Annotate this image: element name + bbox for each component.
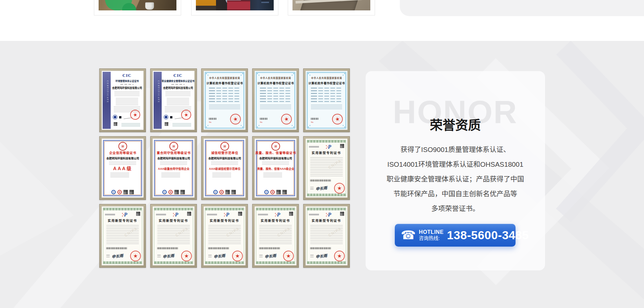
commissioner-signature: 申长雨 [315,185,327,192]
certificate-paper: 实用新型专利证书 ★ [102,206,144,265]
qr-code-icon [340,144,344,148]
certificate-paper: 质量、服务、信誉等级证书 合肥珂玛环保科技有限公司 ★ [255,139,297,198]
award-grade-text: AAA级重合同守信用企业 [158,167,190,171]
red-seal-icon: ★ [232,251,243,261]
hotline-label-en: HOTLINE [419,229,444,235]
certificate-grid: CERTIFICATE CIC 环境管理体系认证证书 合肥珂玛环保科技有限公司 [99,68,350,268]
commissioner-label-lines [157,255,161,257]
certificate-thumbnail[interactable]: 实用新型专利证书 ★ [303,204,350,268]
certificate-thumbnail[interactable]: CERTIFICATE CIC 环境管理体系认证证书 合肥珂玛环保科技有限公司 [99,68,146,132]
qr-code-icon [225,190,230,194]
certificate-thumbnail[interactable]: 实用新型专利证书 ★ [201,204,248,268]
project-photo-excavation[interactable] [99,0,176,10]
award-grade-text: AAA级 [113,166,132,172]
certificate-paper: 计算机软件著作权登记证书 ★ [306,71,347,130]
certificate-title: 重合同守信用等级证书 [157,151,191,155]
qr-code-icon [231,190,236,194]
commissioner-signature: 申长雨 [213,253,225,259]
star-logo-icon: ★ [270,190,275,194]
project-photo-card[interactable] [94,0,181,15]
certificate-paper: CERTIFICATE CIC 环境管理体系认证证书 合肥珂玛环保科技有限公司 [102,71,144,130]
honor-description: 获得了ISO9001质量管理体系认证、 ISO14001环境管理体系认证和OHS… [376,142,534,216]
qr-code-icon [282,190,287,194]
certificate-thumbnail[interactable]: 计算机软件著作权登记证书 ★ [201,68,248,132]
certificate-thumbnail[interactable]: 诚信经营示范单位 合肥珂玛环保科技有限公司 ★ [201,136,248,200]
certificate-thumbnail[interactable]: 实用新型专利证书 ★ [150,204,197,268]
commissioner-signature: 申长雨 [111,253,123,259]
certificate-thumbnail[interactable]: 企业信用等级证书 合肥珂玛环保科技有限公司 ★ [99,136,146,200]
project-photo-card[interactable] [191,0,278,15]
qr-code-icon [187,212,191,216]
certificate-paper: 企业信用等级证书 合肥珂玛环保科技有限公司 ★ [102,139,144,198]
commissioner-signature: 申长雨 [162,253,174,259]
qr-code-icon [114,122,117,126]
red-seal-icon: ★ [283,251,294,261]
barcode-icon [259,247,280,249]
ornate-band [256,208,295,210]
certificate-title: 职业健康安全管理体系认证证书 [162,80,194,83]
ornate-band [103,208,142,210]
barcode-icon [310,179,331,182]
hotline-button[interactable]: ☎ HOTLINE 咨询热线: 138-5600-3485 [395,224,516,247]
certification-logo-icon: C [162,190,167,194]
honor-card: HONOR 荣誉资质 获得了ISO9001质量管理体系认证、 ISO14001环… [366,71,545,270]
certificate-thumbnail[interactable]: 重合同守信用等级证书 合肥珂玛环保科技有限公司 ★ [150,136,197,200]
cnipa-logo-icon: P [122,212,129,218]
barcode-icon [260,118,267,120]
cic-logo-icon [113,115,117,119]
commissioner-label-lines [106,255,110,257]
barcode-icon [157,247,178,249]
certificate-thumbnail[interactable]: 实用新型专利证书 ★ [252,204,299,268]
credit-emblem-icon: 信 [169,142,178,151]
certificate-thumbnail[interactable]: 计算机软件著作权登记证书 ★ [303,68,350,132]
certificate-paper: 诚信经营示范单位 合肥珂玛环保科技有限公司 ★ [204,139,246,198]
certificate-title: 诚信经营示范单位 [211,151,238,155]
project-photo-card[interactable] [288,0,375,15]
company-name: 合肥珂玛环保科技有限公司 [157,157,190,160]
certificate-number-line [309,214,319,215]
certificate-thumbnail[interactable]: 计算机软件著作权登记证书 ★ [252,68,299,132]
cnipa-logo-icon: P [224,212,231,218]
certificate-thumbnail[interactable]: CERTIFICATE CIC 职业健康安全管理体系认证证书 合肥珂玛环保科技有… [150,68,197,132]
ornate-band [205,208,244,210]
issuer-logo-text: CIC [173,73,182,79]
certificate-number-line [309,146,319,148]
section-title: 荣誉资质 [366,115,545,133]
certificate-paper: 计算机软件著作权登记证书 ★ [204,71,246,130]
red-seal-icon: ★ [334,183,345,194]
certificate-title: 计算机软件著作权登记证书 [206,82,243,85]
certificate-title: 计算机软件著作权登记证书 [308,82,345,85]
certificate-number-line [156,214,166,215]
certificate-paper: 实用新型专利证书 ★ [153,206,195,265]
company-name: 合肥珂玛环保科技有限公司 [163,87,193,90]
project-photo-crane-truck[interactable] [196,0,274,10]
red-seal-icon: ★ [130,251,141,261]
certificate-paper: 实用新型专利证书 ★ [306,206,347,265]
project-photo-pit[interactable] [292,0,370,10]
barcode-icon [106,247,127,249]
certificate-thumbnail[interactable]: 质量、服务、信誉等级证书 合肥珂玛环保科技有限公司 ★ [252,136,299,200]
barcode-icon [209,118,216,120]
certificate-thumbnail[interactable]: 实用新型专利证书 ★ [99,204,146,268]
previous-section-panel [400,0,644,16]
cnipa-logo-icon: P [275,212,282,218]
certificate-number-label: No. [311,121,314,123]
qr-code-icon [340,212,344,216]
commissioner-label-lines [310,255,314,257]
credit-emblem-icon: 信 [271,142,280,151]
star-logo-icon: ★ [219,190,224,194]
credit-emblem-icon: 信 [220,142,229,151]
qr-code-icon [180,190,185,194]
ornate-band [307,140,346,143]
credit-emblem-icon: 信 [118,142,127,151]
certification-logo-icon: C [111,190,116,194]
issuer-address-lines [121,123,140,126]
certificate-thumbnail[interactable]: 实用新型专利证书 ★ [303,136,350,200]
ornate-band [307,208,346,210]
commissioner-label-lines [208,255,212,257]
certificate-title: 环境管理体系认证证书 [115,80,139,83]
certificate-title: 实用新型专利证书 [312,219,341,223]
certificate-title: 质量、服务、信誉等级证书 [255,151,296,155]
company-name: 合肥珂玛环保科技有限公司 [259,157,292,160]
certificate-band-text: CERTIFICATE [105,81,109,103]
